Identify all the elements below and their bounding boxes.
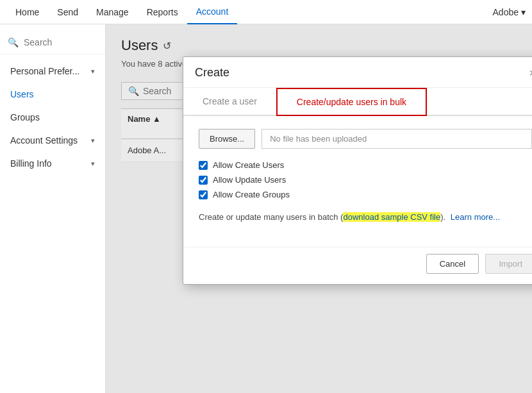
sidebar-item-personal-preferences[interactable]: Personal Prefer... ▾ <box>0 60 105 83</box>
nav-manage[interactable]: Manage <box>87 0 138 24</box>
allow-create-groups-checkbox[interactable] <box>199 190 208 199</box>
sidebar-item-label: Groups <box>10 112 40 122</box>
allow-create-users-row[interactable]: Allow Create Users <box>199 160 532 170</box>
nav-items: Home Send Manage Reports Account <box>6 0 237 24</box>
sidebar-search-input[interactable] <box>24 37 97 47</box>
content-area: Users ↺ You have 8 active users. 🔍 ✚ ☞ <box>106 24 532 393</box>
allow-create-users-checkbox[interactable] <box>199 161 208 170</box>
chevron-down-icon: ▾ <box>91 160 95 168</box>
nav-account[interactable]: Account <box>187 0 238 24</box>
sidebar-search-container: 🔍 <box>0 31 105 54</box>
sidebar-item-label: Personal Prefer... <box>10 66 79 76</box>
info-text-before: Create or update many users in batch ( <box>199 212 343 222</box>
top-nav: Home Send Manage Reports Account Adobe ▾ <box>0 0 532 24</box>
sidebar-item-account-settings[interactable]: Account Settings ▾ <box>0 129 105 152</box>
adobe-menu[interactable]: Adobe ▾ <box>493 7 526 17</box>
sidebar-item-billing-info[interactable]: Billing Info ▾ <box>0 152 105 175</box>
dialog-title: Create <box>195 66 229 79</box>
nav-reports[interactable]: Reports <box>138 0 187 24</box>
chevron-down-icon: ▾ <box>91 137 95 145</box>
checkbox-group: Allow Create Users Allow Update Users Al… <box>199 160 532 199</box>
main-layout: 🔍 Personal Prefer... ▾ Users Groups Acco… <box>0 24 532 393</box>
dialog-footer: Cancel Import <box>183 247 532 284</box>
dialog-body: Browse... No file has been uploaded Allo… <box>183 116 532 247</box>
sidebar-item-groups[interactable]: Groups <box>0 106 105 129</box>
tab-bulk-create[interactable]: Create/update users in bulk <box>276 88 427 116</box>
file-upload-row: Browse... No file has been uploaded <box>199 129 532 149</box>
learn-more-link[interactable]: Learn more... <box>451 212 500 222</box>
file-name-display: No file has been uploaded <box>262 129 532 149</box>
chevron-down-icon: ▾ <box>521 7 526 17</box>
sidebar-item-label: Account Settings <box>10 135 78 146</box>
nav-send[interactable]: Send <box>48 0 87 24</box>
dialog-tabs: Create a user Create/update users in bul… <box>183 88 532 116</box>
allow-update-users-checkbox[interactable] <box>199 176 208 185</box>
download-csv-link[interactable]: download sample CSV file <box>343 212 440 222</box>
chevron-down-icon: ▾ <box>91 67 95 76</box>
allow-update-users-label: Allow Update Users <box>213 175 286 185</box>
sidebar-item-label: Users <box>10 89 34 99</box>
import-button[interactable]: Import <box>485 254 532 274</box>
allow-create-users-label: Allow Create Users <box>213 160 284 170</box>
allow-update-users-row[interactable]: Allow Update Users <box>199 175 532 185</box>
cancel-button[interactable]: Cancel <box>426 254 479 274</box>
dialog-header: Create × <box>183 57 532 88</box>
adobe-label: Adobe <box>493 7 519 17</box>
sidebar: 🔍 Personal Prefer... ▾ Users Groups Acco… <box>0 24 106 393</box>
close-button[interactable]: × <box>529 67 532 79</box>
browse-button[interactable]: Browse... <box>199 129 255 149</box>
sidebar-item-users[interactable]: Users <box>0 83 105 106</box>
search-icon: 🔍 <box>8 37 19 47</box>
info-text-suffix: ). <box>440 212 445 222</box>
allow-create-groups-row[interactable]: Allow Create Groups <box>199 190 532 199</box>
info-text: Create or update many users in batch (do… <box>199 211 532 224</box>
allow-create-groups-label: Allow Create Groups <box>213 190 290 199</box>
sidebar-item-label: Billing Info <box>10 158 52 169</box>
nav-home[interactable]: Home <box>6 0 48 24</box>
create-dialog: Create × Create a user Create/update use… <box>183 56 532 285</box>
tab-create-user[interactable]: Create a user <box>183 88 276 116</box>
